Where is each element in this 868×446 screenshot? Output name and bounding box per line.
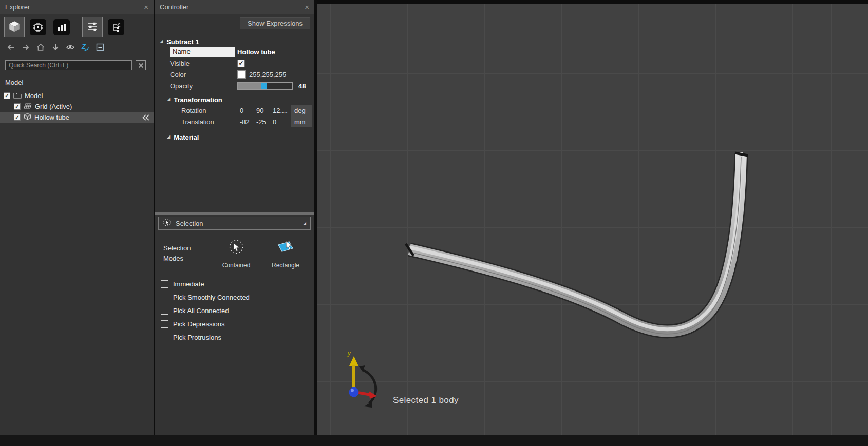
viewport-canvas[interactable]: y Selected 1 body (317, 4, 868, 435)
pick-depressions-checkbox[interactable] (161, 320, 168, 328)
model-section-label: Model (0, 70, 154, 88)
rotation-x-value[interactable]: 0 (240, 107, 256, 114)
color-property-row[interactable]: Color 255,255,255 (155, 69, 314, 80)
hollow-tube-checkbox[interactable]: ✓ (14, 114, 21, 121)
opacity-slider[interactable] (237, 82, 293, 90)
application-window: Explorer × (0, 0, 868, 446)
option-pick-protrusions[interactable]: Pick Protrusions (161, 334, 314, 341)
color-label: Color (170, 71, 235, 79)
back-arrow-icon[interactable] (6, 43, 15, 52)
schematic-view-button[interactable] (106, 17, 126, 37)
selection-cursor-icon (163, 218, 172, 228)
collapse-all-icon[interactable] (96, 43, 105, 52)
x-axis-arrow-icon (358, 393, 370, 395)
collapse-triangle-icon[interactable]: ◢ (160, 39, 163, 44)
model-checkbox[interactable]: ✓ (4, 92, 10, 99)
name-value[interactable]: Hollow tube (235, 48, 314, 56)
name-label[interactable]: Name (170, 47, 235, 57)
hierarchy-icon (108, 19, 124, 35)
viewport-3d[interactable]: y Selected 1 body (317, 0, 868, 435)
show-expressions-button[interactable]: Show Expressions (240, 17, 310, 29)
grid-checkbox[interactable]: ✓ (14, 103, 21, 110)
zoom-extents-icon[interactable]: Z (81, 43, 90, 52)
transformation-group-header[interactable]: ◢ Transformation (155, 94, 314, 105)
explorer-main-toolbar (0, 14, 154, 37)
properties-view-button[interactable] (82, 17, 103, 37)
translation-x-value[interactable]: -82 (240, 118, 256, 126)
contained-label: Contained (222, 262, 251, 269)
forward-arrow-icon[interactable] (21, 43, 30, 52)
visible-property-row[interactable]: Visible ✓ (155, 57, 314, 69)
visible-label: Visible (170, 60, 235, 67)
y-axis-arrow-icon (349, 356, 358, 366)
pick-protrusions-checkbox[interactable] (161, 334, 168, 341)
contained-mode-button[interactable]: Contained (212, 238, 261, 269)
immediate-checkbox[interactable] (161, 280, 168, 288)
color-value[interactable]: 255,255,255 (249, 71, 286, 79)
tree-row-grid[interactable]: ✓ Grid (Active) (0, 101, 154, 112)
rectangle-icon (276, 238, 295, 258)
quick-search-row (0, 52, 154, 70)
translation-label: Translation (181, 118, 240, 126)
selection-modes-label: Selection Modes (163, 243, 200, 269)
option-pick-depressions[interactable]: Pick Depressions (161, 320, 314, 328)
explorer-close-icon[interactable]: × (144, 3, 148, 11)
option-immediate[interactable]: Immediate (161, 280, 314, 288)
results-button[interactable] (51, 17, 72, 37)
solid-body-icon (24, 113, 31, 122)
explorer-title: Explorer (5, 3, 30, 11)
controller-panel: Controller × Show Expressions ◢ Subtract… (155, 0, 314, 435)
model-view-button[interactable] (4, 17, 25, 37)
home-icon[interactable] (36, 43, 45, 52)
rotation-y-value[interactable]: 90 (256, 107, 273, 114)
svg-text:Z: Z (81, 43, 86, 50)
rectangle-mode-button[interactable]: Rectangle (261, 238, 310, 269)
bar-chart-icon (53, 19, 70, 35)
hollow-tube-body[interactable] (317, 4, 868, 435)
opacity-slider-handle[interactable] (261, 83, 267, 89)
pick-smoothly-connected-checkbox[interactable] (161, 294, 168, 301)
bottom-bar (0, 435, 868, 446)
pick-all-connected-checkbox[interactable] (161, 307, 168, 315)
selection-section-header[interactable]: Selection ◢ (158, 217, 311, 230)
opacity-property-row[interactable]: Opacity 48 (155, 80, 314, 91)
controller-title: Controller (160, 3, 188, 11)
orientation-triad[interactable]: y (331, 349, 388, 408)
eye-icon[interactable] (66, 43, 75, 52)
rotation-z-value[interactable]: 12.... (273, 107, 289, 114)
scroll-into-view-icon[interactable] (141, 114, 150, 121)
panel-splitter[interactable] (155, 212, 314, 215)
tree-label: Grid (Active) (35, 103, 72, 110)
clear-search-button[interactable] (136, 60, 146, 70)
grid-icon (24, 103, 32, 111)
translation-unit: mm (291, 116, 312, 127)
translation-row[interactable]: Translation -82 -25 0 mm (155, 116, 314, 127)
rotation-unit: deg (291, 105, 312, 116)
opacity-value[interactable]: 48 (298, 82, 306, 90)
rotation-row[interactable]: Rotation 0 90 12.... deg (155, 105, 314, 116)
material-group-header[interactable]: ◢ Material (155, 132, 314, 142)
search-input[interactable] (5, 60, 132, 70)
contained-icon (227, 238, 246, 258)
selection-header-label: Selection (176, 220, 203, 227)
subtract-group-header[interactable]: ◢ Subtract 1 (155, 37, 314, 46)
collapse-triangle-icon[interactable]: ◢ (167, 134, 170, 139)
collapse-triangle-icon[interactable]: ◢ (167, 97, 170, 102)
visible-checkbox[interactable]: ✓ (237, 60, 245, 67)
color-swatch[interactable] (237, 70, 246, 79)
down-arrow-icon[interactable] (51, 43, 60, 52)
option-pick-smoothly-connected[interactable]: Pick Smoothly Connected (161, 294, 314, 301)
translation-z-value[interactable]: 0 (273, 118, 289, 126)
tree-row-hollow-tube[interactable]: ✓ Hollow tube (0, 112, 154, 123)
simulation-button[interactable] (28, 17, 48, 37)
tree-row-model[interactable]: ✓ Model (0, 90, 154, 101)
controller-close-icon[interactable]: × (305, 3, 309, 11)
option-pick-all-connected[interactable]: Pick All Connected (161, 307, 314, 315)
rectangle-label: Rectangle (272, 262, 299, 269)
sliders-icon (86, 21, 99, 34)
collapse-triangle-icon[interactable]: ◢ (303, 221, 306, 226)
name-property-row[interactable]: Name Hollow tube (155, 46, 314, 57)
rotation-label: Rotation (181, 107, 240, 114)
explorer-nav-toolbar: Z (0, 37, 154, 52)
translation-y-value[interactable]: -25 (256, 118, 273, 126)
